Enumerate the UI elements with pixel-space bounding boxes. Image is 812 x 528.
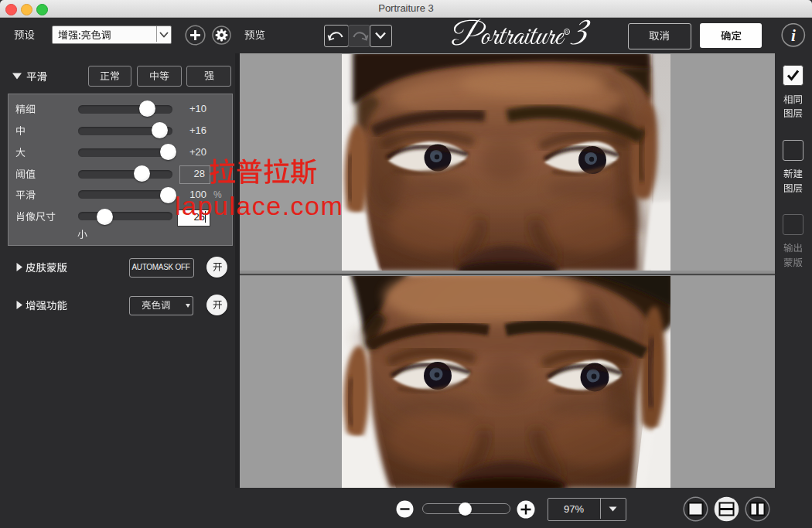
svg-text:i: i xyxy=(791,26,796,45)
